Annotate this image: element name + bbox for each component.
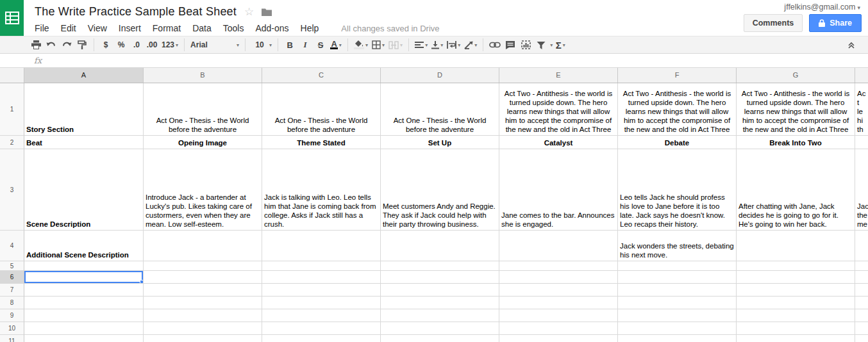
select-all-corner[interactable]	[0, 68, 24, 83]
cell-B2[interactable]: Opeing Image	[144, 136, 262, 149]
cell-C11[interactable]	[262, 335, 381, 342]
cell-G11[interactable]	[737, 335, 855, 342]
cell-F6[interactable]	[618, 271, 737, 284]
cell-A10[interactable]	[24, 322, 144, 335]
borders-button[interactable]: ▾	[370, 37, 387, 53]
cell-A7[interactable]	[24, 284, 144, 297]
row-header-4[interactable]: 4	[0, 231, 24, 261]
print-button[interactable]	[28, 37, 44, 53]
fill-color-button[interactable]: ▾	[352, 37, 370, 53]
cell-G9[interactable]	[737, 309, 855, 322]
cell-C7[interactable]	[262, 284, 381, 297]
cell-A9[interactable]	[24, 309, 144, 322]
cell-F2[interactable]: Debate	[618, 136, 737, 149]
cell-A3[interactable]: Scene Description	[24, 149, 144, 231]
cell-E7[interactable]	[499, 284, 618, 297]
cell-F8[interactable]	[618, 297, 737, 309]
menu-data[interactable]: Data	[187, 23, 217, 33]
cell-C3[interactable]: Jack is talking with Leo. Leo tells him …	[262, 149, 381, 231]
cell-G7[interactable]	[737, 284, 855, 297]
cell-C6[interactable]	[262, 271, 381, 284]
insert-chart-button[interactable]	[518, 37, 533, 53]
cell-G2[interactable]: Break Into Two	[737, 136, 855, 149]
cell-E4[interactable]	[499, 231, 618, 261]
cell-F5[interactable]	[618, 261, 737, 271]
cell-B11[interactable]	[144, 335, 262, 342]
row-header-1[interactable]: 1	[0, 83, 24, 136]
row-header-6[interactable]: 6	[0, 271, 24, 284]
cell-B6[interactable]	[144, 271, 262, 284]
cell-C2[interactable]: Theme Stated	[262, 136, 381, 149]
column-header-H[interactable]	[855, 68, 868, 83]
cell-D1[interactable]: Act One - Thesis - the World before the …	[381, 83, 499, 136]
cell-F3[interactable]: Leo tells Jack he should profess his lov…	[618, 149, 737, 231]
cell-A4[interactable]: Additional Scene Description	[24, 231, 144, 261]
cell-H8[interactable]	[855, 297, 868, 309]
format-percent-button[interactable]: %	[113, 37, 129, 53]
cell-B1[interactable]: Act One - Thesis - the World before the …	[144, 83, 262, 136]
text-rotation-button[interactable]: ▾	[462, 37, 479, 53]
cell-C1[interactable]: Act One - Thesis - the World before the …	[262, 83, 381, 136]
cell-F4[interactable]: Jack wonders the streets, debating his n…	[618, 231, 737, 261]
cell-D4[interactable]	[381, 231, 499, 261]
text-wrap-button[interactable]: ▾	[445, 37, 462, 53]
insert-link-button[interactable]	[487, 37, 503, 53]
decrease-decimal-button[interactable]: .0	[129, 37, 144, 53]
column-header-F[interactable]: F	[618, 68, 737, 83]
italic-button[interactable]: I	[297, 37, 313, 53]
cell-B4[interactable]	[144, 231, 262, 261]
cell-B9[interactable]	[144, 309, 262, 322]
cell-F7[interactable]	[618, 284, 737, 297]
cell-E9[interactable]	[499, 309, 618, 322]
column-header-C[interactable]: C	[262, 68, 381, 83]
menu-tools[interactable]: Tools	[217, 23, 250, 33]
cell-A6[interactable]	[24, 271, 144, 284]
cell-D5[interactable]	[381, 261, 499, 271]
cell-C9[interactable]	[262, 309, 381, 322]
menu-addons[interactable]: Add-ons	[249, 23, 294, 33]
cell-G10[interactable]	[737, 322, 855, 335]
row-header-5[interactable]: 5	[0, 261, 24, 271]
cell-C10[interactable]	[262, 322, 381, 335]
row-header-7[interactable]: 7	[0, 284, 24, 297]
cell-H3[interactable]: Jac the me	[855, 149, 868, 231]
row-header-11[interactable]: 11	[0, 335, 24, 342]
cell-D11[interactable]	[381, 335, 499, 342]
row-header-2[interactable]: 2	[0, 136, 24, 149]
star-icon[interactable]: ☆	[244, 5, 254, 19]
cell-F11[interactable]	[618, 335, 737, 342]
formula-input[interactable]	[42, 54, 868, 67]
cell-D10[interactable]	[381, 322, 499, 335]
folder-icon[interactable]	[262, 8, 272, 16]
cell-D3[interactable]: Meet customers Andy and Reggie. They ask…	[381, 149, 499, 231]
cell-E1[interactable]: Act Two - Antithesis - the world is turn…	[499, 83, 618, 136]
cell-A8[interactable]	[24, 297, 144, 309]
cell-D8[interactable]	[381, 297, 499, 309]
cell-E6[interactable]	[499, 271, 618, 284]
insert-comment-button[interactable]	[503, 37, 518, 53]
cell-H10[interactable]	[855, 322, 868, 335]
cell-C8[interactable]	[262, 297, 381, 309]
text-color-button[interactable]: A▾	[328, 37, 344, 53]
cell-D7[interactable]	[381, 284, 499, 297]
cell-B8[interactable]	[144, 297, 262, 309]
cell-H2[interactable]	[855, 136, 868, 149]
column-header-G[interactable]: G	[737, 68, 855, 83]
cell-E3[interactable]: Jane comes to the bar. Announces she is …	[499, 149, 618, 231]
menu-edit[interactable]: Edit	[55, 23, 82, 33]
cell-F9[interactable]	[618, 309, 737, 322]
cell-E10[interactable]	[499, 322, 618, 335]
filter-button[interactable]	[533, 37, 549, 53]
cell-B10[interactable]	[144, 322, 262, 335]
row-header-9[interactable]: 9	[0, 309, 24, 322]
font-size-selector[interactable]: 10▾	[249, 37, 274, 53]
strikethrough-button[interactable]: S	[313, 37, 328, 53]
cell-H6[interactable]	[855, 271, 868, 284]
column-header-D[interactable]: D	[381, 68, 499, 83]
cell-E8[interactable]	[499, 297, 618, 309]
cell-H9[interactable]	[855, 309, 868, 322]
cell-A5[interactable]	[24, 261, 144, 271]
cell-G4[interactable]	[737, 231, 855, 261]
cell-D9[interactable]	[381, 309, 499, 322]
menu-view[interactable]: View	[82, 23, 113, 33]
